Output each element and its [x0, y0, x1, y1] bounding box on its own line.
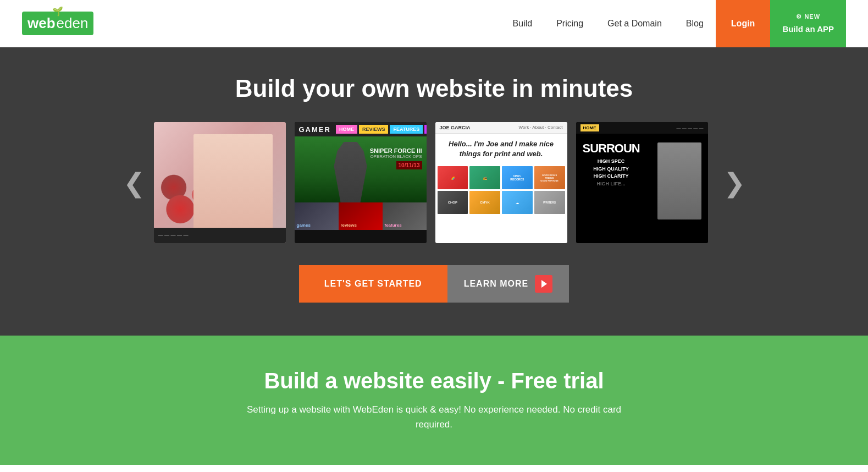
portfolio-cell-1: 🌈: [438, 166, 468, 189]
portfolio-cell-4: GOOD DEXUSFINDINGGOOD FORTUNE: [534, 166, 565, 189]
portfolio-name: JOE GARCIA: [440, 125, 471, 130]
gamer-subtitle: OPERATION BLACK OPS: [370, 154, 422, 159]
green-section: Build a website easily - Free trial Sett…: [0, 336, 868, 465]
surroun-main-text: SURROUN: [583, 142, 640, 155]
portfolio-header: JOE GARCIA Work · About · Contact: [435, 122, 567, 134]
nav-blog[interactable]: Blog: [674, 0, 716, 47]
gamer-date: 10/11/13: [396, 161, 422, 169]
gamer-games-label: games: [297, 223, 311, 228]
cta-buttons: LET'S GET STARTED LEARN MORE: [0, 265, 868, 303]
gamer-section-features: features: [383, 202, 427, 230]
nav-build[interactable]: Build: [501, 0, 545, 47]
build-app-label: Build an APP: [782, 24, 834, 35]
surroun-line-4: HIGH LIFE...: [583, 180, 640, 188]
gamer-soldier: [334, 142, 367, 202]
logo-web: web: [27, 15, 56, 32]
gamer-section-games: games: [295, 202, 339, 230]
surroun-nav: — — — — —: [677, 125, 704, 130]
green-description: Setting up a website with WebEden is qui…: [242, 402, 627, 432]
surroun-home-tab: HOME: [580, 124, 599, 131]
sprout-icon: 🌱: [52, 6, 63, 17]
gamer-title: SNIPER FORCE III: [370, 147, 422, 154]
new-badge: ⚙ NEW: [796, 13, 820, 20]
play-triangle: [541, 280, 547, 288]
portfolio-cell-8: WRITERS: [534, 191, 565, 214]
carousel-prev-button[interactable]: ❮: [114, 167, 154, 198]
portfolio-grid: 🌈 📻 VINYLRECORDS GOOD DEXUSFINDINGGOOD F…: [435, 164, 567, 216]
surroun-lines: SURROUN HIGH SPEC HIGH QUALITY HIGH CLAR…: [583, 142, 640, 188]
get-started-button[interactable]: LET'S GET STARTED: [299, 265, 447, 303]
green-headline: Build a website easily - Free trial: [22, 369, 846, 393]
gamer-logo: GAMER: [299, 125, 331, 134]
header: 🌱 webeden Build Pricing Get a Domain Blo…: [0, 0, 868, 47]
logo-eden: eden: [57, 15, 89, 32]
logo-box: 🌱 webeden: [22, 12, 93, 35]
gamer-text: SNIPER FORCE III OPERATION BLACK OPS 10/…: [370, 147, 422, 169]
build-app-button[interactable]: ⚙ NEW Build an APP: [770, 0, 846, 47]
slide-bar: — — — — —: [154, 228, 286, 243]
gamer-nav-features: FEATURES: [390, 125, 423, 134]
surroun-hero: SURROUN HIGH SPEC HIGH QUALITY HIGH CLAR…: [576, 134, 708, 227]
portfolio-tagline: Hello... I'm Joe and I make nice things …: [440, 139, 563, 159]
carousel-slides: — — — — — GAMER HOME REVIEWS FEATURES CO…: [154, 122, 715, 243]
play-icon: [535, 275, 552, 293]
portfolio-nav: Work · About · Contact: [519, 125, 563, 130]
gamer-bottom: games reviews features: [295, 202, 427, 230]
nav-get-domain[interactable]: Get a Domain: [595, 0, 674, 47]
carousel: ❮ — — — — — GAMER HOME REVIEWS FEA: [0, 122, 868, 243]
slide-surroun: HOME — — — — — SURROUN HIGH SPEC HIGH QU…: [576, 122, 708, 243]
learn-more-label: LEARN MORE: [464, 279, 529, 289]
gamer-nav-reviews: REVIEWS: [359, 125, 389, 134]
surroun-line-1: HIGH SPEC: [583, 158, 640, 166]
portfolio-cell-5: CHOP: [438, 191, 468, 214]
gamer-section-reviews: reviews: [339, 202, 383, 230]
slide-wedding-content: — — — — —: [154, 122, 286, 243]
gamer-features-label: features: [385, 223, 402, 228]
portfolio-cell-7: ☁: [502, 191, 533, 214]
gamer-header: GAMER HOME REVIEWS FEATURES CONTACT: [295, 122, 427, 136]
portfolio-cell-3: VINYLRECORDS: [502, 166, 533, 189]
main-nav: Build Pricing Get a Domain Blog Login ⚙ …: [501, 0, 846, 47]
surroun-sub-lines: HIGH SPEC HIGH QUALITY HIGH CLARITY HIGH…: [583, 158, 640, 188]
gamer-nav-home: HOME: [336, 125, 357, 134]
surroun-header: HOME — — — — —: [576, 122, 708, 134]
figure-decoration: [193, 134, 273, 243]
portfolio-cell-2: 📻: [469, 166, 500, 189]
portfolio-hero: Hello... I'm Joe and I make nice things …: [435, 134, 567, 162]
nav-pricing[interactable]: Pricing: [544, 0, 595, 47]
gamer-nav-contact: CONTACT: [424, 125, 426, 134]
logo[interactable]: 🌱 webeden: [22, 12, 93, 35]
slide-bar-text: — — — — —: [158, 233, 189, 238]
surroun-product-image: [657, 142, 701, 219]
hero-headline: Build your own website in minutes: [0, 75, 868, 102]
slide-gamer: GAMER HOME REVIEWS FEATURES CONTACT SNIP…: [295, 122, 427, 243]
slide-portfolio: JOE GARCIA Work · About · Contact Hello.…: [435, 122, 567, 243]
carousel-next-button[interactable]: ❯: [715, 167, 754, 198]
login-button[interactable]: Login: [716, 0, 771, 47]
learn-more-button[interactable]: LEARN MORE: [447, 265, 570, 303]
gamer-hero: SNIPER FORCE III OPERATION BLACK OPS 10/…: [295, 136, 427, 202]
hero-section: Build your own website in minutes ❮ — — …: [0, 47, 868, 336]
gamer-reviews-label: reviews: [341, 223, 357, 228]
surroun-line-2: HIGH QUALITY: [583, 166, 640, 173]
surroun-line-3: HIGH CLARITY: [583, 173, 640, 180]
portfolio-cell-6: CMYK: [469, 191, 500, 214]
slide-wedding: — — — — —: [154, 122, 286, 243]
